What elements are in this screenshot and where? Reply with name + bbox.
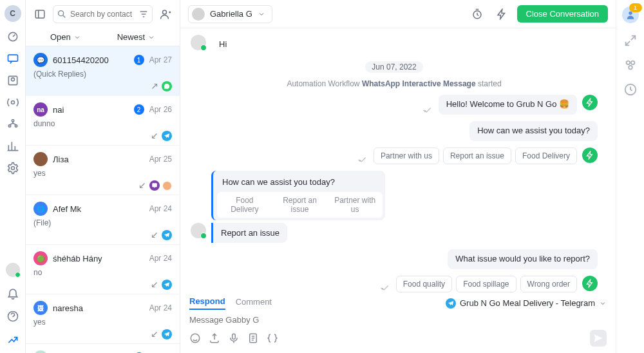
activity-icon[interactable] (623, 82, 638, 97)
newest-filter[interactable]: Newest (117, 32, 155, 42)
snippet-icon[interactable] (247, 332, 259, 344)
reports-icon[interactable] (6, 139, 20, 153)
conversation-item[interactable]: 🖼 naresha Apr 24 yes (26, 294, 180, 344)
chevron-down-icon (599, 300, 607, 307)
messages-pane[interactable]: Hi Jun 07, 2022 Automation Workflow What… (180, 28, 616, 292)
interactive-quote: How can we assist you today? Food Delive… (211, 171, 385, 220)
search-input[interactable] (53, 5, 153, 23)
conversation-avatar: na (33, 102, 48, 117)
telegram-icon (162, 329, 172, 339)
conversation-name: Afef Mk (53, 204, 144, 214)
collapse-list-icon[interactable] (31, 5, 49, 23)
contact-avatar (192, 8, 205, 21)
conversation-list: Open Newest 💬 601154420200 1 Apr 27 (Qui… (26, 0, 180, 353)
quote-option: Report an issue (272, 192, 328, 218)
delivered-icon (423, 106, 432, 115)
delivered-icon (358, 155, 367, 164)
svg-point-7 (15, 125, 17, 127)
direction-icon (150, 82, 159, 91)
chip-option[interactable]: Food Delivery (515, 148, 577, 164)
quote-option: Partner with us (327, 192, 383, 218)
conversation-preview: (File) (33, 218, 172, 227)
direction-icon (150, 131, 159, 140)
conversation-name: naresha (53, 303, 144, 313)
agent-avatar[interactable] (6, 263, 20, 277)
unread-badge: 2 (134, 104, 144, 115)
conversation-item[interactable]: na nai 2 Apr 26 dunno (26, 96, 180, 146)
channels-icon[interactable] (623, 58, 638, 72)
svg-rect-15 (232, 334, 236, 339)
broadcast-icon[interactable] (6, 95, 20, 110)
conversation-name: śhéháb Hány (53, 254, 144, 263)
user-avatar (191, 35, 206, 50)
svg-point-19 (630, 61, 634, 65)
svg-point-8 (11, 167, 14, 170)
svg-point-5 (12, 120, 14, 122)
telegram-icon (162, 230, 172, 240)
message-out: What issue would you like to report? (448, 249, 598, 269)
growth-icon[interactable] (6, 332, 20, 347)
svg-point-6 (8, 125, 10, 127)
notifications-icon[interactable] (6, 286, 20, 300)
settings-icon[interactable] (6, 161, 20, 175)
conversation-preview: yes (33, 169, 172, 178)
filter-icon[interactable] (138, 9, 149, 19)
conversation-item[interactable]: 👤 Md Likhon Khan 3 Apr 24 Group link (26, 344, 180, 353)
conversation-item[interactable]: 🟢 śhéháb Hány Apr 24 no (26, 245, 180, 294)
messages-icon[interactable] (6, 52, 20, 66)
snooze-icon[interactable] (468, 5, 486, 23)
message-in: Hi (211, 35, 234, 55)
conversation-preview: no (33, 268, 172, 277)
conversation-avatar: 🖼 (33, 301, 48, 315)
expand-icon[interactable] (623, 33, 638, 48)
respond-tab[interactable]: Respond (189, 296, 225, 310)
open-filter[interactable]: Open (50, 32, 81, 42)
microphone-icon[interactable] (228, 332, 240, 344)
user-reply: Report an issue (211, 223, 287, 243)
comment-tab[interactable]: Comment (236, 297, 272, 309)
nav-rail: C (0, 0, 26, 353)
quote-question: How can we assist you today? (217, 173, 383, 192)
system-automation-line: Automation Workflow WhatsApp Interactive… (191, 79, 598, 88)
profile-avatar[interactable] (622, 6, 639, 23)
help-icon[interactable] (6, 309, 20, 323)
add-contact-icon[interactable] (156, 5, 175, 23)
quick-reply-options: Partner with us Report an issue Food Del… (374, 148, 577, 164)
conversation-item[interactable]: 💬 601154420200 1 Apr 27 (Quick Replies) (26, 46, 180, 96)
workflows-icon[interactable] (6, 117, 20, 131)
conversation-item[interactable]: Ліза Apr 25 yes (26, 146, 180, 195)
conversation-date: Apr 26 (149, 105, 172, 114)
message-input[interactable] (189, 310, 607, 330)
chip-option[interactable]: Food quality (396, 276, 452, 292)
emoji-icon[interactable] (189, 332, 201, 344)
attach-icon[interactable] (209, 332, 220, 344)
delivered-icon (381, 283, 390, 292)
close-conversation-button[interactable]: Close Conversation (517, 5, 608, 23)
svg-point-20 (629, 66, 632, 70)
conversation-avatar (33, 152, 48, 166)
list-filter-tabs: Open Newest (26, 28, 180, 46)
brand-initial[interactable]: C (5, 5, 21, 22)
conversation-date: Apr 27 (149, 55, 172, 64)
contact-selector[interactable]: Gabriella G (188, 5, 272, 23)
automation-icon[interactable] (493, 5, 511, 23)
chip-option[interactable]: Partner with us (374, 148, 439, 164)
channel-indicator[interactable]: Grub N Go Meal Delivery - Telegram (446, 298, 607, 309)
conversation-date: Apr 24 (149, 303, 172, 312)
svg-point-14 (191, 334, 200, 343)
conversation-avatar: 🟢 (33, 251, 48, 265)
chip-option[interactable]: Wrong order (520, 276, 577, 292)
search-input-wrap (53, 5, 153, 23)
conversation-preview: yes (33, 318, 172, 327)
conversation-avatar: 🌐 (33, 202, 48, 216)
dashboard-icon[interactable] (6, 30, 20, 44)
contacts-icon[interactable] (6, 73, 20, 88)
variables-icon[interactable] (267, 332, 278, 344)
conversation-item[interactable]: 🌐 Afef Mk Apr 24 (File) (26, 195, 180, 245)
chip-option[interactable]: Food spillage (456, 276, 516, 292)
chat-column: Gabriella G Close Conversation Hi Jun 07… (180, 0, 616, 353)
chip-option[interactable]: Report an issue (443, 148, 511, 164)
search-icon (57, 9, 67, 19)
telegram-icon (162, 280, 172, 290)
send-button[interactable] (590, 330, 607, 347)
